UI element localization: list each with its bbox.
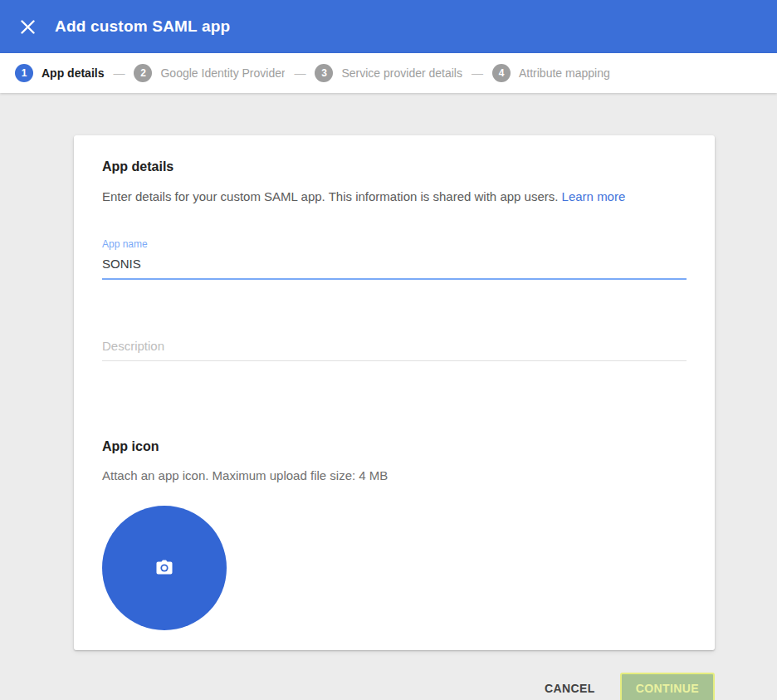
app-icon-upload-button[interactable] bbox=[102, 506, 227, 630]
step-label: Service provider details bbox=[341, 66, 462, 80]
app-name-label: App name bbox=[102, 238, 687, 250]
step-label: App details bbox=[42, 66, 104, 80]
app-name-underline bbox=[102, 250, 687, 280]
app-icon-hint: Attach an app icon. Maximum upload file … bbox=[102, 468, 687, 482]
close-icon bbox=[21, 20, 35, 34]
wizard-stepper: 1 App details — 2 Google Identity Provid… bbox=[0, 53, 777, 93]
app-name-input[interactable] bbox=[102, 250, 687, 278]
continue-button[interactable]: CONTINUE bbox=[620, 673, 715, 700]
page-content: App details Enter details for your custo… bbox=[0, 93, 777, 700]
app-details-card: App details Enter details for your custo… bbox=[74, 135, 715, 650]
step-label: Attribute mapping bbox=[519, 66, 610, 80]
description-text: Enter details for your custom SAML app. … bbox=[102, 189, 558, 203]
app-details-description: Enter details for your custom SAML app. … bbox=[102, 189, 687, 203]
step-number-badge: 3 bbox=[315, 64, 333, 82]
app-details-heading: App details bbox=[102, 159, 687, 174]
dialog-header: Add custom SAML app bbox=[0, 0, 777, 53]
dialog-title: Add custom SAML app bbox=[55, 17, 230, 36]
step-label: Google Identity Provider details bbox=[160, 66, 285, 80]
step-separator: — bbox=[294, 66, 305, 80]
step-app-details: 1 App details bbox=[15, 64, 104, 82]
learn-more-link[interactable]: Learn more bbox=[562, 189, 626, 203]
description-input[interactable] bbox=[102, 332, 687, 360]
app-name-field-group: App name bbox=[102, 238, 687, 280]
step-service-provider-details: 3 Service provider details bbox=[315, 64, 462, 82]
step-separator: — bbox=[472, 66, 483, 80]
camera-icon bbox=[154, 557, 175, 579]
step-number-badge: 2 bbox=[134, 64, 152, 82]
step-number-badge: 1 bbox=[15, 64, 33, 82]
app-icon-heading: App icon bbox=[102, 439, 687, 454]
footer-actions: CANCEL CONTINUE bbox=[74, 673, 715, 700]
step-attribute-mapping: 4 Attribute mapping bbox=[492, 64, 610, 82]
step-separator: — bbox=[113, 66, 125, 80]
close-button[interactable] bbox=[17, 16, 38, 37]
description-underline bbox=[102, 332, 687, 361]
description-field-group bbox=[102, 332, 687, 361]
cancel-button[interactable]: CANCEL bbox=[540, 673, 600, 700]
step-google-idp-details: 2 Google Identity Provider details bbox=[134, 64, 285, 82]
step-number-badge: 4 bbox=[492, 64, 511, 82]
